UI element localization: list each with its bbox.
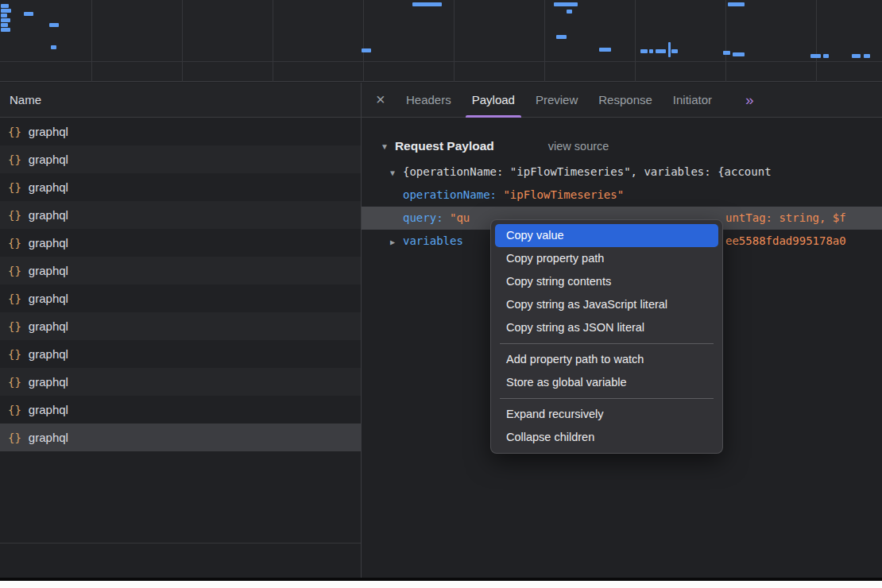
network-overview[interactable]: [0, 0, 882, 82]
request-name: graphql: [29, 375, 68, 389]
menu-item[interactable]: Store as global variable: [495, 371, 718, 394]
timeline-gridline: [182, 0, 183, 82]
request-row[interactable]: {}graphql: [0, 396, 361, 424]
timeline-activity-bar: [810, 54, 821, 58]
devtools-network-panel: Name {}graphql{}graphql{}graphql{}graphq…: [0, 0, 882, 588]
menu-item[interactable]: Copy property path: [495, 247, 718, 270]
timeline-gridline: [454, 0, 455, 82]
timeline-activity-bar: [362, 48, 371, 52]
request-name: graphql: [29, 125, 68, 138]
timeline-activity-bar: [864, 54, 870, 58]
menu-item[interactable]: Collapse children: [495, 426, 718, 449]
menu-item[interactable]: Copy string contents: [495, 270, 718, 293]
timeline-gridline: [816, 0, 817, 82]
timeline-activity-bar: [649, 49, 653, 53]
property-value: "ipFlowTimeseries": [503, 188, 624, 201]
timeline-gridline: [635, 0, 636, 82]
request-row[interactable]: {}graphql: [0, 340, 361, 368]
property-key: query:: [403, 211, 450, 224]
detail-tabs: HeadersPayloadPreviewResponseInitiator: [404, 83, 731, 118]
request-name: graphql: [29, 431, 68, 444]
request-name: graphql: [29, 236, 68, 250]
request-name: graphql: [29, 208, 68, 222]
tab-initiator[interactable]: Initiator: [671, 83, 714, 118]
request-name: graphql: [29, 180, 68, 194]
property-value-start: "qu: [450, 211, 470, 224]
timeline-activity-bar: [852, 54, 861, 58]
request-row[interactable]: {}graphql: [0, 118, 361, 145]
request-name: graphql: [29, 153, 68, 166]
request-payload-section-header[interactable]: ▼ Request Payload view source: [362, 118, 882, 161]
timeline-activity-bar: [599, 48, 611, 52]
request-row[interactable]: {}graphql: [0, 284, 361, 312]
json-braces-icon: {}: [8, 265, 21, 277]
more-tabs-icon[interactable]: »: [745, 91, 752, 109]
menu-separator: [500, 398, 714, 399]
timeline-activity-bar: [1, 28, 10, 32]
view-source-link[interactable]: view source: [548, 140, 609, 153]
name-column-header[interactable]: Name: [0, 83, 361, 118]
request-row[interactable]: {}graphql: [0, 368, 361, 396]
name-column-label: Name: [10, 93, 41, 106]
menu-item[interactable]: Expand recursively: [495, 403, 718, 426]
request-row[interactable]: {}graphql: [0, 229, 361, 257]
details-tabbar: × HeadersPayloadPreviewResponseInitiator…: [362, 83, 882, 118]
request-row[interactable]: {}graphql: [0, 145, 361, 173]
json-braces-icon: {}: [8, 126, 21, 138]
timeline-activity-bar: [24, 12, 33, 16]
json-braces-icon: {}: [8, 209, 21, 222]
menu-separator: [500, 343, 714, 344]
timeline-activity-bar: [1, 9, 11, 13]
json-braces-icon: {}: [8, 376, 21, 389]
timeline-activity-bar: [733, 52, 745, 56]
payload-row-operation-name[interactable]: operationName: "ipFlowTimeseries": [362, 184, 882, 207]
property-value-end: untTag: string, $f: [725, 207, 846, 230]
request-row[interactable]: {}graphql: [0, 173, 361, 201]
timeline-activity-bar: [640, 49, 648, 53]
request-row[interactable]: {}graphql: [0, 201, 361, 229]
json-braces-icon: {}: [8, 404, 21, 416]
timeline-activity-bar: [668, 42, 671, 57]
expand-triangle-icon[interactable]: ▶: [390, 230, 403, 253]
json-braces-icon: {}: [8, 431, 21, 444]
request-list: {}graphql{}graphql{}graphql{}graphql{}gr…: [0, 118, 361, 451]
payload-row-preview[interactable]: ▼{operationName: "ipFlowTimeseries", var…: [362, 161, 882, 184]
json-braces-icon: {}: [8, 348, 21, 361]
tab-payload[interactable]: Payload: [470, 83, 516, 118]
tab-preview[interactable]: Preview: [534, 83, 579, 118]
overview-divider: [0, 61, 882, 62]
property-value-end: ee5588fdad995178a0: [725, 230, 846, 253]
timeline-activity-bar: [723, 51, 730, 55]
property-key: variables: [403, 234, 463, 247]
timeline-gridline: [363, 0, 364, 82]
collapse-triangle-icon[interactable]: ▼: [381, 142, 389, 151]
collapse-triangle-icon[interactable]: ▼: [390, 161, 403, 184]
context-menu: Copy valueCopy property pathCopy string …: [490, 219, 723, 454]
timeline-activity-bar: [567, 10, 572, 14]
timeline-activity-bar: [1, 23, 8, 27]
tab-headers[interactable]: Headers: [404, 83, 453, 118]
request-name: graphql: [29, 347, 68, 361]
timeline-activity-bar: [671, 49, 678, 53]
request-row[interactable]: {}graphql: [0, 424, 361, 451]
json-braces-icon: {}: [8, 292, 21, 305]
menu-item[interactable]: Copy value: [495, 224, 718, 247]
request-name: graphql: [29, 292, 68, 305]
timeline-gridline: [544, 0, 545, 82]
timeline-gridline: [273, 0, 273, 82]
timeline-activity-bar: [1, 4, 9, 8]
json-braces-icon: {}: [8, 181, 21, 194]
request-name: graphql: [29, 319, 68, 333]
close-icon[interactable]: ×: [376, 91, 404, 109]
request-name: graphql: [29, 264, 68, 277]
timeline-activity-bar: [554, 2, 578, 6]
menu-item[interactable]: Copy string as JSON literal: [495, 316, 718, 339]
json-braces-icon: {}: [8, 237, 21, 250]
request-name: graphql: [29, 403, 68, 416]
request-row[interactable]: {}graphql: [0, 257, 361, 284]
menu-item[interactable]: Add property path to watch: [495, 348, 718, 371]
request-row[interactable]: {}graphql: [0, 312, 361, 340]
tab-response[interactable]: Response: [597, 83, 654, 118]
object-preview: {operationName: "ipFlowTimeseries", vari…: [403, 165, 772, 178]
menu-item[interactable]: Copy string as JavaScript literal: [495, 293, 718, 316]
